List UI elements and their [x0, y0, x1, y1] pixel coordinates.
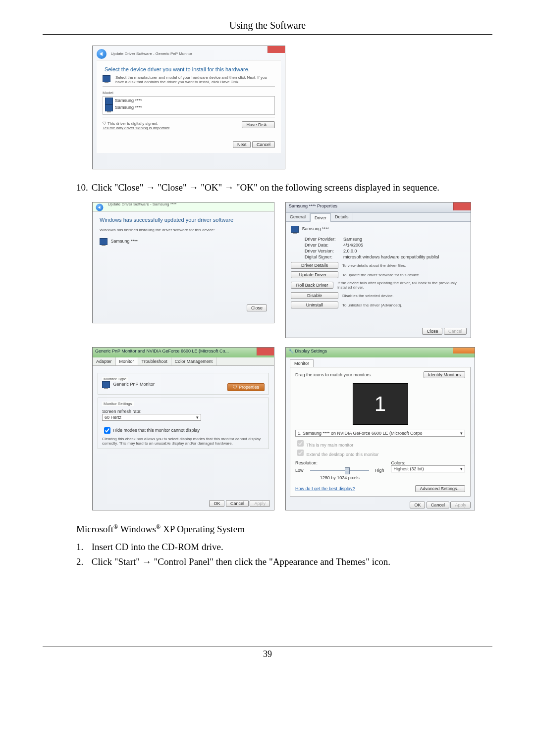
page-number: 39: [43, 647, 492, 659]
ok-button[interactable]: OK: [209, 500, 224, 507]
rollback-button[interactable]: Roll Back Driver: [291, 282, 333, 289]
breadcrumb: Update Driver Software - Generic PnP Mon…: [111, 51, 192, 56]
desc: To update the driver software for this d…: [342, 273, 420, 277]
ok-button[interactable]: OK: [410, 502, 425, 508]
have-disk-button[interactable]: Have Disk...: [242, 121, 275, 128]
tab-general[interactable]: General: [286, 213, 310, 221]
signed-label: 🛡 This driver is digitally signed.: [103, 121, 169, 126]
value: microsoft windows hardware compatibility…: [343, 254, 439, 259]
tab-monitor[interactable]: Monitor: [116, 357, 138, 365]
screenshot-monitor-properties: Generic PnP Monitor and NVIDIA GeForce 6…: [92, 347, 274, 510]
close-button[interactable]: Close: [422, 328, 442, 335]
monitor-icon: [102, 381, 110, 388]
step-2: 2. Click "Start" → "Control Panel" then …: [76, 556, 492, 567]
tab-driver[interactable]: Driver: [310, 213, 331, 222]
hide-modes-label: Hide modes that this monitor cannot disp…: [113, 428, 200, 433]
drag-label: Drag the icons to match your monitors.: [295, 372, 372, 377]
monitor-select[interactable]: 1. Samsung **** on NVIDIA GeForce 6600 L…: [295, 430, 465, 437]
tab-color-management[interactable]: Color Management: [171, 357, 217, 365]
monitor-thumbnail[interactable]: 1: [353, 383, 408, 425]
monitor-icon: [103, 75, 110, 82]
close-icon[interactable]: [257, 348, 274, 355]
resolution-slider[interactable]: Low High: [295, 467, 384, 474]
monitor-icon: [100, 238, 107, 245]
screenshot-update-success: Update Driver Software - Samsung **** Wi…: [92, 202, 274, 323]
identify-monitors-button[interactable]: Identify Monitors: [424, 371, 465, 378]
device-name: Samsung ****: [302, 226, 329, 231]
screenshot-select-driver: Update Driver Software - Generic PnP Mon…: [92, 46, 285, 169]
apply-button: Apply: [450, 502, 471, 508]
step-1: 1. Insert CD into the CD-ROM drive.: [76, 542, 492, 553]
desc: Disables the selected device.: [342, 294, 394, 298]
step-text: Click "Start" → "Control Panel" then cli…: [92, 556, 390, 567]
desc: To uninstall the driver (Advanced).: [342, 303, 402, 307]
cancel-button[interactable]: Cancel: [427, 502, 449, 508]
screenshot-display-settings: 🔧 Display Settings Monitor Drag the icon…: [285, 347, 475, 510]
tab-details[interactable]: Details: [331, 213, 353, 221]
resolution-value: 1280 by 1024 pixels: [295, 475, 384, 480]
step-text: Insert CD into the CD-ROM drive.: [92, 542, 223, 552]
screenshot-driver-properties: Samsung **** Properties General Driver D…: [285, 202, 471, 338]
step-text: Click "Close" → "Close" → "OK" → "OK" on…: [92, 182, 439, 193]
tab-monitor[interactable]: Monitor: [290, 359, 314, 367]
properties-button[interactable]: 🛡 Properties: [227, 383, 265, 391]
disable-button[interactable]: Disable: [291, 292, 338, 299]
refresh-rate-label: Screen refresh rate:: [102, 409, 265, 414]
close-icon[interactable]: [453, 348, 475, 353]
hint-text: Select the manufacturer and model of you…: [115, 75, 275, 84]
tab-adapter[interactable]: Adapter: [93, 357, 116, 365]
model-label: Model: [103, 91, 275, 95]
success-heading: Windows has successfully updated your dr…: [100, 217, 267, 223]
monitor-settings-label: Monitor Settings: [102, 402, 134, 406]
back-icon[interactable]: [97, 49, 107, 59]
uninstall-button[interactable]: Uninstall: [291, 302, 338, 308]
window-title: Display Settings: [295, 349, 327, 353]
update-driver-button[interactable]: Update Driver...: [291, 271, 338, 278]
chevron-down-icon: ▾: [460, 466, 463, 471]
signing-link[interactable]: Tell me why driver signing is important: [103, 126, 169, 130]
desc: If the device fails after updating the d…: [337, 281, 466, 290]
tab-troubleshoot[interactable]: Troubleshoot: [138, 357, 171, 365]
label: Driver Date:: [305, 243, 343, 248]
window-title: Generic PnP Monitor and NVIDIA GeForce 6…: [95, 349, 229, 353]
cancel-button: Cancel: [444, 328, 467, 335]
close-button[interactable]: Close: [247, 304, 267, 311]
dialog-heading: Select the device driver you want to ins…: [105, 66, 275, 72]
back-icon[interactable]: [96, 204, 104, 211]
step-10: 10. Click "Close" → "Close" → "OK" → "OK…: [76, 182, 492, 193]
driver-details-button[interactable]: Driver Details: [291, 262, 338, 269]
close-icon[interactable]: [453, 202, 471, 210]
monitor-type-value: Generic PnP Monitor: [113, 382, 155, 387]
model-option-2[interactable]: Samsung ****: [105, 104, 272, 111]
next-button[interactable]: Next: [233, 141, 251, 148]
step-number: 2.: [76, 556, 89, 567]
slider-low: Low: [295, 468, 304, 473]
monitor-type-label: Monitor Type: [102, 377, 128, 381]
value: Samsung: [343, 237, 362, 242]
colors-label: Colors:: [391, 460, 465, 465]
resolution-label: Resolution:: [295, 460, 384, 465]
advanced-settings-button[interactable]: Advanced Settings...: [415, 485, 465, 492]
refresh-rate-select[interactable]: 60 Hertz▾: [102, 414, 201, 421]
model-option-1[interactable]: Samsung ****: [105, 98, 272, 104]
label: Extend the desktop onto this monitor: [307, 452, 379, 457]
cancel-button[interactable]: Cancel: [252, 141, 275, 148]
hide-modes-checkbox[interactable]: [104, 427, 110, 434]
slider-high: High: [375, 468, 384, 473]
device-name: Samsung ****: [111, 239, 138, 244]
step-number: 10.: [76, 182, 89, 193]
label: This is my main monitor: [306, 443, 353, 448]
step-number: 1.: [76, 542, 89, 553]
hide-modes-desc: Clearing this check box allows you to se…: [102, 437, 265, 446]
success-sub: Windows has finished installing the driv…: [100, 228, 267, 232]
colors-select[interactable]: Highest (32 bit)▾: [391, 465, 465, 472]
label: Digital Signer:: [305, 254, 343, 259]
cancel-button[interactable]: Cancel: [226, 500, 249, 507]
value: 4/14/2005: [343, 243, 363, 248]
best-display-link[interactable]: How do I get the best display?: [295, 486, 355, 491]
chevron-down-icon: ▾: [460, 431, 463, 436]
chevron-down-icon: ▾: [196, 415, 199, 420]
main-monitor-checkbox: [297, 440, 304, 447]
breadcrumb: Update Driver Software - Samsung ****: [108, 202, 177, 206]
monitor-icon: [291, 226, 299, 233]
